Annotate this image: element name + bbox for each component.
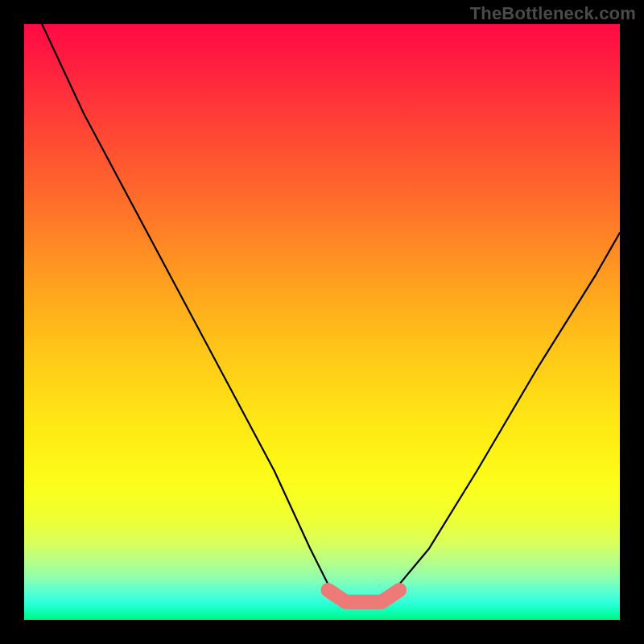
chart-frame: TheBottleneck.com (0, 0, 644, 644)
watermark-text: TheBottleneck.com (470, 3, 636, 24)
curve-svg (24, 24, 620, 620)
plot-area (24, 24, 620, 620)
marker-band (328, 590, 399, 602)
bottleneck-curve (42, 24, 620, 602)
